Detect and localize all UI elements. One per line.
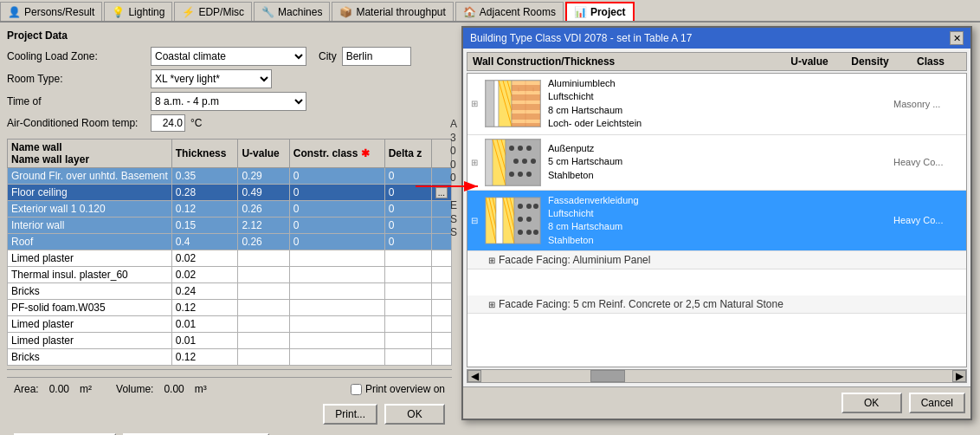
adjacent-icon: 🏠 [463,6,476,18]
svg-point-27 [518,146,523,151]
table-row[interactable]: Limed plaster0.02 [8,250,452,267]
tab-project[interactable]: 📊 Project [565,2,635,21]
scroll-right-btn[interactable]: ▶ [952,370,966,382]
wall-delta-cell [384,267,431,283]
wall-name-cell: Floor ceiling [8,185,172,201]
city-input[interactable] [342,47,411,66]
table-row[interactable]: Limed plaster0.01 [8,316,452,333]
svg-point-32 [509,172,514,177]
ok-btn-left[interactable]: OK [384,404,445,425]
svg-rect-9 [512,94,540,101]
time-of-row: Time of 8 a.m. - 4 p.m [7,92,452,111]
volume-unit: m³ [195,383,207,395]
tab-lighting[interactable]: 💡 Lighting [104,2,172,21]
dialog-table-header: Wall Construction/Thickness U-value Dens… [467,52,967,71]
table-row[interactable]: Interior wall0.152.1200 [8,218,452,234]
wall-btn-cell [431,283,451,300]
print-row: Print... OK [7,400,452,428]
table-row[interactable]: PF-solid foam.W0350.12 [8,300,452,316]
svg-point-33 [518,172,523,177]
room-type-label: Room Type: [7,73,145,85]
wall-btn-cell [431,168,451,185]
dialog-col-uvalue: U-value [779,55,840,68]
time-of-select[interactable]: 8 a.m. - 4 p.m [151,92,306,111]
h-scroll-thumb[interactable] [590,370,625,382]
wall-name-cell: Bricks [8,349,172,366]
table-row[interactable]: Bricks0.24 [8,283,452,300]
ac-temp-row: Air-Conditioned Room temp: °C [7,114,452,132]
wall-btn-cell [431,218,451,234]
wall-delta-cell: 0 [384,218,431,234]
project-icon: 📊 [574,6,587,18]
col-name-wall: Name wall Name wall layer [8,140,172,168]
tab-adjacent[interactable]: 🏠 Adjacent Rooms [455,2,564,21]
volume-label: Volume: [116,383,153,395]
svg-point-53 [533,230,538,235]
room-type-select[interactable]: XL *very light* [151,69,272,88]
dialog-col-wall: Wall Construction/Thickness [473,55,779,68]
wall-btn-cell [431,316,451,333]
print-btn[interactable]: Print... [323,404,377,425]
col-uvalue: U-value [238,140,289,168]
wall-uvalue-cell [238,283,289,300]
wall-class-1: Masonry ... [893,99,963,109]
dialog-cancel-btn[interactable]: Cancel [909,393,965,413]
wall-uvalue-cell: 0.49 [238,185,289,201]
dialog-close-btn[interactable]: ✕ [950,31,964,45]
dialog-scroll-area[interactable]: ⊞ [467,73,967,367]
print-checkbox[interactable] [351,384,362,395]
dialog-ok-btn[interactable]: OK [841,393,902,413]
wall-uvalue-cell: 2.12 [238,218,289,234]
expand-row-2[interactable]: ⊞ Facade Facing: 5 cm Reinf. Concrete or… [467,295,966,314]
empty-space [467,269,966,295]
dialog-col-class: Class [900,55,961,68]
svg-rect-12 [512,123,540,127]
wall-thickness-cell: 0.01 [171,333,238,349]
dialog-bottom: OK Cancel [463,386,970,419]
expand-row-1[interactable]: ⊞ Facade Facing: Aluminium Panel [467,251,966,269]
ellipsis-btn[interactable]: ... [435,187,448,198]
h-scrollbar[interactable]: ◀ ▶ [467,369,967,383]
wall-name-cell: Bricks [8,283,172,300]
wall-name-cell: Limed plaster [8,316,172,333]
tab-persons[interactable]: 👤 Persons/Result [0,2,102,21]
tab-material[interactable]: 📦 Material throughput [332,2,453,21]
asterisk-icon: ✱ [361,147,370,159]
wall-item-1[interactable]: ⊞ [467,74,966,135]
wall-thickness-cell: 0.24 [171,283,238,300]
print-checkbox-label: Print overview on [365,383,445,395]
table-row[interactable]: Roof0.40.2600 [8,234,452,250]
table-row[interactable]: Floor ceiling0.280.4900... [8,185,452,201]
table-row[interactable]: Exterior wall 1 0.1200.120.2600 [8,201,452,218]
wall-thickness-cell: 0.12 [171,300,238,316]
building-type-dialog: Building Type Class VDI 2078 - set in Ta… [461,26,972,420]
table-row[interactable]: Ground Flr. over unhtd. Basement0.350.29… [8,168,452,185]
wall-item-3[interactable]: ⊟ [467,191,966,252]
svg-point-46 [518,204,523,209]
ac-temp-input[interactable] [151,114,185,132]
wall-constr-cell [289,333,384,349]
wall-uvalue-cell: 0.26 [238,234,289,250]
table-row[interactable]: Bricks0.12 [8,349,452,366]
wall-table: Name wall Name wall layer Thickness U-va… [7,139,452,366]
wall-constr-cell [289,349,384,366]
wall-item-2[interactable]: ⊞ [467,135,966,191]
wall-btn-cell [431,300,451,316]
svg-point-26 [509,146,514,151]
tab-machines[interactable]: 🔧 Machines [254,2,330,21]
svg-point-50 [526,217,532,222]
wall-btn-cell [431,234,451,250]
svg-rect-11 [512,114,540,120]
tab-edp[interactable]: ⚡ EDP/Misc [174,2,252,21]
table-row[interactable]: Thermal insul. plaster_600.02 [8,267,452,283]
wall-name-cell: Limed plaster [8,333,172,349]
svg-point-29 [513,159,519,164]
dialog-title: Building Type Class VDI 2078 - set in Ta… [470,32,692,44]
wall-btn-cell [431,333,451,349]
wall-delta-cell [384,349,431,366]
cooling-load-zone-select[interactable]: Coastal climate [151,47,306,66]
table-row[interactable]: Limed plaster0.01 [8,333,452,349]
svg-rect-1 [486,81,494,127]
scroll-left-btn[interactable]: ◀ [467,370,481,382]
wall-thickness-cell: 0.02 [171,267,238,283]
